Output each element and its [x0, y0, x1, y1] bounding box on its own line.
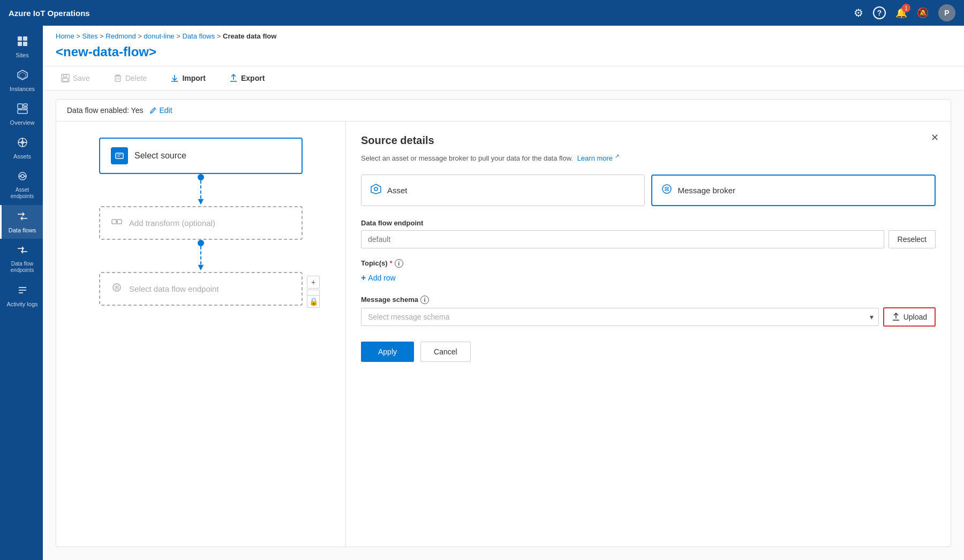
- svg-rect-28: [63, 74, 66, 77]
- breadcrumb-donut-line[interactable]: donut-line: [144, 32, 175, 40]
- flow-enabled-bar: Data flow enabled: Yes Edit: [56, 99, 951, 122]
- sidebar-item-asset-endpoints[interactable]: Asset endpoints: [0, 165, 43, 205]
- sidebar-label-sites: Sites: [16, 52, 28, 58]
- cancel-button[interactable]: Cancel: [420, 342, 471, 362]
- connector-1: ▼: [196, 174, 206, 206]
- delete-icon: [114, 74, 122, 82]
- sidebar-item-activity-logs[interactable]: Activity logs: [0, 279, 43, 313]
- endpoint-node[interactable]: Select data flow endpoint: [99, 272, 303, 306]
- endpoint-lock-button[interactable]: 🔒: [307, 295, 320, 308]
- upload-button[interactable]: Upload: [883, 307, 936, 327]
- connector-dot-2: [198, 240, 204, 246]
- svg-rect-6: [18, 104, 22, 109]
- topics-label: Topic(s) * i: [361, 259, 936, 268]
- schema-select[interactable]: Select message schema: [361, 308, 879, 326]
- source-details-subtitle: Select an asset or message broker to pul…: [361, 152, 936, 164]
- endpoint-icon: [111, 282, 123, 296]
- breadcrumb-data-flows[interactable]: Data flows: [182, 32, 215, 40]
- notification-badge: 1: [902, 4, 910, 12]
- svg-point-45: [116, 287, 118, 289]
- source-node-icon: [111, 147, 128, 164]
- source-type-row: Asset Message broker: [361, 175, 936, 206]
- nav-icons: ⚙ ? 🔔 1 🔕 P: [854, 4, 955, 21]
- upload-icon: [892, 313, 900, 321]
- page-title: <new-data-flow>: [43, 42, 964, 66]
- svg-point-11: [21, 141, 24, 144]
- add-row-button[interactable]: + Add row: [361, 271, 396, 285]
- svg-rect-0: [18, 36, 22, 41]
- sidebar-label-data-flow-endpoints: Data flow endpoints: [5, 261, 40, 274]
- connector-arrow-1: ▼: [196, 196, 206, 206]
- breadcrumb-home[interactable]: Home: [56, 32, 74, 40]
- learn-more-link[interactable]: Learn more ↗: [577, 154, 619, 162]
- svg-rect-31: [115, 76, 120, 81]
- data-flows-icon: [17, 210, 28, 225]
- export-icon: [229, 74, 238, 82]
- sites-icon: [17, 35, 28, 50]
- settings-icon[interactable]: ⚙: [854, 6, 863, 19]
- action-row: Apply Cancel: [361, 342, 936, 362]
- source-node-label: Select source: [134, 151, 186, 161]
- svg-rect-7: [24, 104, 27, 106]
- edit-button[interactable]: Edit: [149, 106, 172, 115]
- sidebar-item-overview[interactable]: Overview: [0, 97, 43, 131]
- import-button[interactable]: Import: [165, 71, 211, 86]
- sidebar-item-data-flow-endpoints[interactable]: Data flow endpoints: [0, 239, 43, 279]
- delete-button[interactable]: Delete: [108, 71, 152, 86]
- toolbar: Save Delete Import Export: [43, 66, 964, 90]
- apply-button[interactable]: Apply: [361, 342, 414, 362]
- endpoint-input[interactable]: [361, 230, 884, 248]
- message-broker-type-icon: [661, 183, 673, 198]
- top-navigation: Azure IoT Operations ⚙ ? 🔔 1 🔕 P: [0, 0, 964, 26]
- endpoint-node-label: Select data flow endpoint: [129, 284, 219, 293]
- transform-node-label: Add transform (optional): [129, 218, 215, 228]
- svg-rect-3: [23, 42, 27, 46]
- alert-icon[interactable]: 🔕: [917, 7, 929, 19]
- save-icon: [61, 74, 70, 82]
- topics-section: Topic(s) * i + Add row: [361, 259, 936, 285]
- avatar[interactable]: P: [938, 4, 955, 21]
- export-button[interactable]: Export: [224, 71, 270, 86]
- endpoint-section: Data flow endpoint Reselect: [361, 219, 936, 248]
- sidebar-label-overview: Overview: [10, 119, 35, 126]
- source-node[interactable]: Select source: [99, 138, 303, 174]
- sidebar-label-data-flows: Data flows: [9, 227, 36, 233]
- schema-info-icon[interactable]: i: [420, 296, 429, 304]
- close-button[interactable]: ✕: [927, 130, 942, 145]
- overview-icon: [17, 103, 28, 117]
- svg-rect-9: [18, 110, 27, 113]
- topics-required: *: [390, 259, 393, 267]
- asset-type-button[interactable]: Asset: [361, 175, 645, 206]
- add-row-plus: +: [361, 273, 366, 283]
- breadcrumb-current: Create data flow: [223, 32, 276, 40]
- topics-info-icon[interactable]: i: [395, 259, 403, 268]
- asset-endpoints-icon: [17, 170, 28, 185]
- sidebar-item-assets[interactable]: Assets: [0, 131, 43, 165]
- transform-node[interactable]: Add transform (optional): [99, 206, 303, 240]
- save-button[interactable]: Save: [56, 71, 95, 86]
- notifications-icon[interactable]: 🔔 1: [895, 7, 907, 19]
- main-content: Home > Sites > Redmond > donut-line > Da…: [43, 26, 964, 560]
- flow-canvas: Select source ▼ Add transform (optional): [56, 122, 345, 547]
- schema-row: Select message schema ▾ Upload: [361, 307, 936, 327]
- sidebar-item-sites[interactable]: Sites: [0, 30, 43, 64]
- svg-rect-2: [18, 42, 22, 46]
- svg-rect-41: [112, 220, 116, 224]
- sidebar-label-activity-logs: Activity logs: [6, 301, 37, 307]
- breadcrumb-sites[interactable]: Sites: [82, 32, 98, 40]
- help-icon[interactable]: ?: [873, 6, 886, 19]
- main-layout: Sites Instances Overview Assets Asset en…: [0, 26, 964, 560]
- sidebar-item-data-flows[interactable]: Data flows: [0, 205, 43, 239]
- message-broker-type-button[interactable]: Message broker: [651, 175, 936, 206]
- two-panel: Select source ▼ Add transform (optional): [56, 122, 951, 547]
- breadcrumb-redmond[interactable]: Redmond: [106, 32, 135, 40]
- endpoint-wrapper: Select data flow endpoint + − 🔒: [99, 272, 303, 306]
- schema-select-wrapper: Select message schema ▾: [361, 308, 879, 326]
- data-flow-endpoints-icon: [17, 244, 28, 259]
- asset-type-icon: [370, 183, 382, 198]
- endpoint-plus-button[interactable]: +: [307, 276, 320, 289]
- sidebar-item-instances[interactable]: Instances: [0, 64, 43, 97]
- connector-arrow-2: ▼: [196, 262, 206, 272]
- details-panel: ✕ Source details Select an asset or mess…: [345, 122, 951, 547]
- reselect-button[interactable]: Reselect: [888, 230, 936, 248]
